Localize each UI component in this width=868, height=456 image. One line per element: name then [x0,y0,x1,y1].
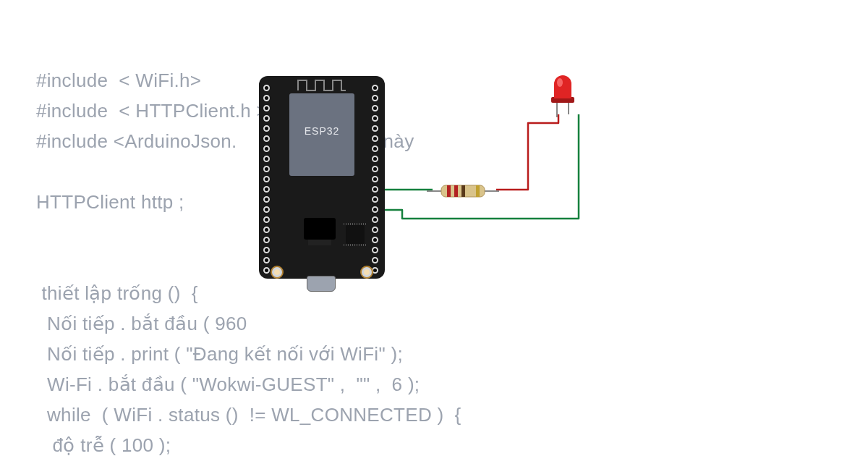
code-line: while ( WiFi . status () != WL_CONNECTED… [36,404,461,426]
pin-hole[interactable] [263,237,270,243]
pin-hole[interactable] [263,216,270,223]
pin-hole[interactable] [263,115,270,122]
pin-hole[interactable] [372,156,378,162]
pin-hole[interactable] [372,145,378,152]
code-line: độ trễ ( 100 ); [36,434,171,456]
pin-hole[interactable] [263,247,270,253]
pin-hole[interactable] [372,105,378,111]
pin-hole[interactable] [263,267,270,274]
pin-hole[interactable] [263,105,270,111]
pin-hole[interactable] [372,257,378,263]
code-background: #include < WiFi.h> #include < HTTPClient… [36,35,461,456]
pin-hole[interactable] [263,145,270,152]
pin-hole[interactable] [372,135,378,142]
pin-column-right [372,85,380,277]
voltage-regulator [304,218,336,240]
small-chip [346,225,365,244]
pin-hole[interactable] [263,125,270,132]
pin-hole[interactable] [372,166,378,172]
esp32-shield: ESP32 [289,93,354,176]
esp32-board[interactable]: ESP32 [259,76,385,286]
code-line: #include < WiFi.h> [36,69,201,91]
code-line: Nối tiếp . bắt đầu ( 960 [36,313,247,334]
pin-hole[interactable] [263,176,270,182]
pin-hole[interactable] [263,95,270,101]
pin-hole[interactable] [372,115,378,122]
pin-hole[interactable] [372,227,378,233]
canvas: #include < WiFi.h> #include < HTTPClient… [0,0,868,456]
pin-hole[interactable] [372,216,378,223]
svg-point-10 [557,78,563,87]
usb-port [307,276,336,292]
pin-hole[interactable] [372,247,378,253]
pin-hole[interactable] [263,85,270,91]
svg-rect-5 [461,185,465,197]
pin-hole[interactable] [263,156,270,162]
pin-hole[interactable] [372,176,378,182]
code-line: Nối tiếp . print ( "Đang kết nối với WiF… [36,343,403,365]
antenna [297,79,347,92]
pin-hole[interactable] [372,237,378,243]
pin-hole[interactable] [263,257,270,263]
pin-hole[interactable] [372,196,378,203]
pin-column-left [263,85,272,277]
pin-hole[interactable] [263,196,270,203]
pin-hole[interactable] [372,125,378,132]
code-line: Wi-Fi . bắt đầu ( "Wokwi-GUEST" , "" , 6… [36,373,420,395]
code-line: #include < HTTPClient.h > [36,100,268,122]
pin-hole[interactable] [372,186,378,193]
svg-rect-6 [476,185,480,197]
pin-hole[interactable] [372,85,378,91]
pin-hole[interactable] [263,135,270,142]
pin-hole[interactable] [372,95,378,101]
en-button[interactable] [360,266,373,279]
chip-label: ESP32 [289,125,354,137]
wire-red [496,114,558,190]
pin-hole[interactable] [263,186,270,193]
svg-rect-4 [454,185,458,197]
svg-rect-3 [447,185,451,197]
code-line: HTTPClient http ; [36,191,184,213]
pin-hole[interactable] [263,227,270,233]
pin-hole[interactable] [372,206,378,213]
code-line: thiết lập trống () { [36,282,198,304]
resistor[interactable] [427,182,499,200]
boot-button[interactable] [271,266,284,279]
pin-hole[interactable] [263,166,270,172]
led-red[interactable] [547,72,579,119]
pin-hole[interactable] [263,206,270,213]
